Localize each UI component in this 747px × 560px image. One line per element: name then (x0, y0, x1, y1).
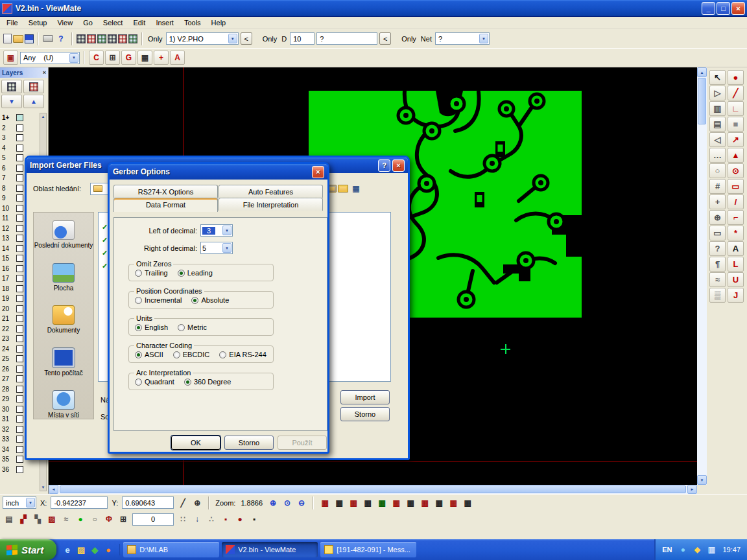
layer-color-swatch[interactable] (16, 225, 23, 232)
radio-option[interactable]: ASCII (135, 351, 163, 358)
layer-color-swatch[interactable] (16, 235, 23, 242)
horizontal-scrollbar[interactable]: ◄ ► (49, 485, 697, 494)
save-icon[interactable] (25, 34, 34, 43)
scroll-down-icon[interactable]: ▼ (42, 485, 45, 489)
draw-vector-icon[interactable]: ↗ (728, 132, 744, 147)
layer-color-swatch[interactable] (16, 255, 23, 262)
online-status-icon[interactable]: ● (74, 513, 87, 526)
layer-row[interactable]: 3 (0, 133, 40, 143)
task-button[interactable]: V2.bin - ViewMate (222, 542, 318, 557)
menu-item[interactable]: Edit (128, 18, 150, 28)
add-point-icon[interactable]: + (709, 194, 726, 209)
frame-icon[interactable]: ▭ (709, 226, 726, 240)
tab-rs274-x-options[interactable]: RS274-X Options (113, 185, 218, 198)
unit-select[interactable]: inch▼ (3, 496, 36, 509)
layer-color-swatch[interactable] (16, 154, 23, 161)
menu-item[interactable]: Help (206, 18, 231, 28)
netlist-icon[interactable]: ▤ (709, 117, 726, 132)
prev-layer-button[interactable]: < (241, 32, 252, 45)
smooth-icon[interactable]: ≈ (709, 272, 726, 287)
right-of-decimal-select[interactable]: 5▼ (200, 242, 233, 254)
grid-toggle-icon[interactable]: # (709, 179, 726, 194)
highlight-mode-icon[interactable]: ▞ (17, 513, 30, 526)
pad-dark-icon[interactable]: ▪ (248, 513, 261, 526)
draw-step-icon[interactable]: ⌐ (728, 210, 744, 225)
layer-table-button[interactable] (1, 80, 22, 93)
layer-color-swatch[interactable] (16, 466, 23, 473)
layer-color-swatch[interactable] (16, 145, 23, 152)
tile-window-icon[interactable]: ⊞ (117, 513, 130, 526)
updates-tray-icon[interactable]: ◆ (691, 543, 704, 556)
aperture-grid-icon[interactable]: ▦ (137, 51, 152, 65)
text-tool-icon[interactable]: A (728, 241, 744, 256)
only-layer-label[interactable]: Only (147, 35, 164, 43)
note-tool-icon[interactable]: ¶ (709, 257, 726, 272)
layer-color-swatch[interactable] (16, 366, 23, 373)
layer-table-icon[interactable]: ▥ (709, 101, 726, 116)
radio-icon[interactable] (178, 324, 185, 331)
prev-dcode-button[interactable]: < (379, 32, 391, 45)
dcode-table-icon-1[interactable]: ▦ (318, 496, 331, 509)
layer-select[interactable]: 1) V2.PHO▼ (166, 32, 239, 45)
dcode-table-icon-5[interactable]: ▦ (375, 496, 388, 509)
aperture-tool-icon[interactable]: ▣ (3, 51, 18, 65)
zoom-in-icon[interactable]: ⊕ (267, 496, 279, 509)
layer-colors-button[interactable] (23, 80, 44, 93)
place-item[interactable]: Poslední dokumenty (34, 220, 93, 250)
restore-button[interactable]: □ (717, 2, 730, 15)
dcode-table-icon-4[interactable]: ▦ (361, 496, 374, 509)
storno-button[interactable]: Storno (340, 407, 390, 421)
draw-triangle-icon[interactable]: ▲ (728, 148, 744, 163)
dcode-table-icon-11[interactable]: ▦ (461, 496, 474, 509)
layer-color-swatch[interactable] (16, 265, 23, 272)
radio-option[interactable]: EIA RS-244 (219, 351, 266, 358)
views-icon[interactable]: ▦ (350, 182, 362, 195)
radio-icon[interactable] (135, 297, 142, 304)
dcode-input[interactable]: 10 (290, 32, 314, 45)
draw-square-icon[interactable]: ■ (728, 117, 744, 132)
layer-color-swatch[interactable] (16, 355, 23, 362)
move-layer-up-button[interactable]: ▲ (23, 95, 44, 108)
ie-icon[interactable]: e (62, 544, 73, 555)
fill-pattern-icon[interactable]: ▒ (709, 288, 726, 303)
close-icon[interactable]: × (392, 159, 405, 172)
layer-color-swatch[interactable] (16, 415, 23, 423)
context-help-icon[interactable]: ? (54, 32, 67, 45)
crosshair-icon[interactable]: + (154, 51, 169, 65)
layer-color-swatch[interactable] (16, 345, 23, 353)
close-icon[interactable]: × (43, 69, 46, 76)
scroll-thumb[interactable] (60, 485, 686, 493)
layer-color-swatch[interactable] (16, 245, 23, 252)
round-aperture-icon[interactable]: ○ (88, 513, 101, 526)
back-view-icon[interactable]: ◁ (709, 132, 726, 147)
layer-color-swatch[interactable] (16, 305, 23, 312)
dcode-table-icon-3[interactable]: ▦ (347, 496, 360, 509)
u-shape-icon[interactable]: U (728, 272, 744, 287)
task-button[interactable]: D:\MLAB (123, 542, 219, 557)
task-button[interactable]: [191-482-091] - Mess... (320, 542, 416, 557)
dcode-table-icon-2[interactable]: ▦ (333, 496, 346, 509)
scroll-up-icon[interactable]: ▲ (42, 115, 45, 119)
radio-icon[interactable] (178, 270, 185, 277)
gerber-query-icon[interactable]: G (121, 51, 136, 65)
layer-color-swatch[interactable] (16, 375, 23, 382)
radio-icon[interactable] (173, 351, 180, 358)
text-query-icon[interactable]: A (170, 51, 185, 65)
start-button[interactable]: Start (0, 539, 56, 560)
firefox-icon[interactable]: ● (102, 544, 114, 555)
draw-rect-icon[interactable]: ▭ (728, 179, 744, 194)
measure-diagonal-icon[interactable]: ╱ (176, 496, 189, 509)
layer-row[interactable]: 2 (0, 123, 40, 134)
radio-icon[interactable] (191, 297, 198, 304)
pad-red-icon[interactable]: ▪ (219, 513, 232, 526)
radio-icon[interactable] (219, 351, 226, 358)
select-filter-icon-3[interactable] (97, 34, 106, 43)
thermal-aperture-icon[interactable]: Φ (102, 513, 115, 526)
print-icon[interactable] (43, 35, 53, 42)
select-filter-icon-5[interactable] (118, 34, 127, 43)
more-tools-icon[interactable]: … (709, 148, 726, 163)
layer-color-swatch[interactable] (16, 134, 23, 141)
snap-mode-icon[interactable]: ▤ (3, 513, 16, 526)
language-indicator[interactable]: EN (662, 546, 672, 554)
dcode-table-icon-9[interactable]: ▦ (433, 496, 445, 509)
